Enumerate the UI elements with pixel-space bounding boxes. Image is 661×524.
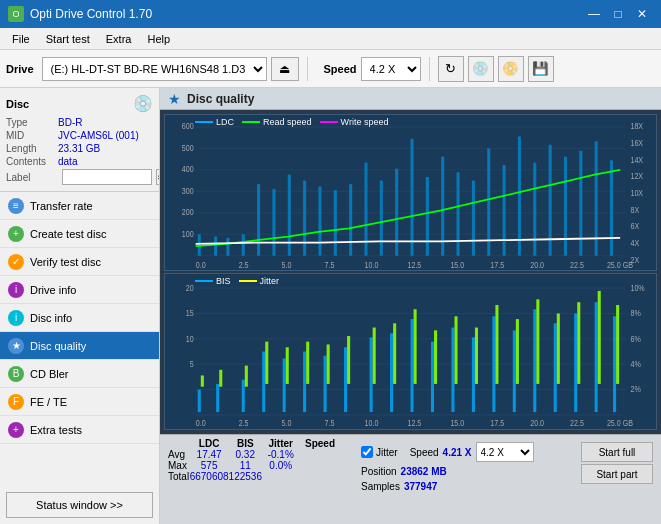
- ldc-color: [195, 121, 213, 123]
- svg-rect-36: [226, 238, 229, 256]
- disc-mid-row: MID JVC-AMS6L (001): [6, 130, 153, 141]
- svg-text:2.5: 2.5: [239, 260, 249, 270]
- svg-rect-49: [426, 177, 429, 256]
- extra-tests-icon: +: [8, 422, 24, 438]
- sidebar-item-disc-quality[interactable]: ★ Disc quality: [0, 332, 159, 360]
- svg-rect-130: [616, 305, 619, 384]
- toolbar: Drive (E:) HL-DT-ST BD-RE WH16NS48 1.D3 …: [0, 50, 661, 88]
- svg-rect-37: [242, 234, 245, 255]
- svg-rect-48: [411, 139, 414, 256]
- menu-start-test[interactable]: Start test: [38, 31, 98, 47]
- svg-text:4X: 4X: [630, 239, 640, 249]
- charts-container: LDC Read speed Write speed: [160, 110, 661, 434]
- speed-info: Speed 4.21 X 4.2 X: [410, 442, 534, 462]
- close-button[interactable]: ✕: [631, 3, 653, 25]
- save-button[interactable]: 💾: [528, 56, 554, 82]
- svg-rect-111: [219, 370, 222, 387]
- toolbar-separator: [307, 57, 308, 81]
- write-label: Write speed: [341, 117, 389, 127]
- title-bar-left: O Opti Drive Control 1.70: [8, 6, 152, 22]
- refresh-button[interactable]: ↻: [438, 56, 464, 82]
- start-part-button[interactable]: Start part: [581, 464, 653, 484]
- speed-select[interactable]: 4.2 X: [361, 57, 421, 81]
- speed-select2[interactable]: 4.2 X: [476, 442, 534, 462]
- svg-rect-55: [518, 136, 521, 255]
- svg-text:22.5: 22.5: [570, 260, 584, 270]
- svg-rect-125: [516, 319, 519, 384]
- svg-rect-89: [198, 390, 201, 413]
- svg-rect-98: [390, 333, 393, 412]
- svg-rect-106: [554, 323, 557, 412]
- svg-text:20: 20: [186, 282, 194, 293]
- maximize-button[interactable]: □: [607, 3, 629, 25]
- content-header-icon: ★: [168, 91, 181, 107]
- disc2-button[interactable]: 📀: [498, 56, 524, 82]
- menu-extra[interactable]: Extra: [98, 31, 140, 47]
- sidebar-item-extra-tests[interactable]: + Extra tests: [0, 416, 159, 444]
- max-speed: [299, 460, 341, 471]
- avg-label: Avg: [168, 449, 190, 460]
- sidebar-item-verify-test-disc[interactable]: ✓ Verify test disc: [0, 248, 159, 276]
- menu-help[interactable]: Help: [139, 31, 178, 47]
- sidebar-item-fe-te[interactable]: F FE / TE: [0, 388, 159, 416]
- start-full-button[interactable]: Start full: [581, 442, 653, 462]
- chart2-svg: 20 15 10 5 10% 8% 6% 4% 2% 0.0 2.5 5.0 7…: [165, 274, 656, 429]
- status-window-button[interactable]: Status window >>: [6, 492, 153, 518]
- svg-text:12.5: 12.5: [407, 417, 421, 428]
- drive-label: Drive: [6, 63, 34, 75]
- svg-rect-114: [286, 347, 289, 384]
- svg-rect-107: [574, 313, 577, 412]
- svg-text:500: 500: [182, 143, 195, 153]
- svg-rect-56: [533, 163, 536, 256]
- chart-ldc: LDC Read speed Write speed: [164, 114, 657, 271]
- svg-rect-58: [564, 157, 567, 256]
- sidebar-item-label: CD Bler: [30, 368, 69, 380]
- sidebar-item-create-test-disc[interactable]: + Create test disc: [0, 220, 159, 248]
- svg-text:12X: 12X: [630, 172, 643, 182]
- svg-rect-104: [513, 330, 516, 412]
- svg-rect-35: [214, 237, 217, 256]
- samples-info: Samples 377947: [361, 481, 437, 492]
- sidebar-item-disc-info[interactable]: i Disc info: [0, 304, 159, 332]
- svg-text:0.0: 0.0: [196, 417, 206, 428]
- svg-rect-47: [395, 169, 398, 256]
- legend-ldc: LDC: [195, 117, 234, 127]
- ldc-label: LDC: [216, 117, 234, 127]
- disc-button[interactable]: 💿: [468, 56, 494, 82]
- svg-rect-41: [303, 181, 306, 256]
- cd-bler-icon: B: [8, 366, 24, 382]
- svg-text:22.5: 22.5: [570, 417, 584, 428]
- minimize-button[interactable]: —: [583, 3, 605, 25]
- drive-select[interactable]: (E:) HL-DT-ST BD-RE WH16NS48 1.D3: [42, 57, 267, 81]
- svg-text:7.5: 7.5: [325, 417, 335, 428]
- svg-rect-115: [306, 342, 309, 384]
- stats-bar: LDC BIS Jitter Speed Avg 17.47 0.32: [160, 434, 661, 524]
- jitter-label: Jitter: [260, 276, 280, 286]
- svg-rect-51: [457, 172, 460, 255]
- position-label: Position: [361, 466, 397, 477]
- window-controls: — □ ✕: [583, 3, 653, 25]
- disc-mid-value: JVC-AMS6L (001): [58, 130, 139, 141]
- disc-length-row: Length 23.31 GB: [6, 143, 153, 154]
- app-icon: O: [8, 6, 24, 22]
- disc-label-input[interactable]: [62, 169, 152, 185]
- content-header: ★ Disc quality: [160, 88, 661, 110]
- jitter-checkbox[interactable]: [361, 446, 373, 458]
- sidebar-item-cd-bler[interactable]: B CD Bler: [0, 360, 159, 388]
- svg-text:20.0: 20.0: [530, 417, 544, 428]
- sidebar-item-drive-info[interactable]: i Drive info: [0, 276, 159, 304]
- disc-info-icon: i: [8, 310, 24, 326]
- total-ldc: 6670608: [190, 471, 229, 482]
- write-color: [320, 121, 338, 123]
- svg-text:10.0: 10.0: [364, 260, 379, 270]
- chart1-svg: 600 500 400 300 200 100 18X 16X 14X 12X …: [165, 115, 656, 270]
- sidebar-item-transfer-rate[interactable]: ≡ Transfer rate: [0, 192, 159, 220]
- svg-rect-44: [349, 184, 352, 256]
- avg-bis: 0.32: [229, 449, 262, 460]
- svg-rect-108: [595, 302, 598, 412]
- position-value: 23862 MB: [401, 466, 447, 477]
- total-label: Total: [168, 471, 190, 482]
- max-jitter: 0.0%: [263, 460, 299, 471]
- eject-button[interactable]: ⏏: [271, 57, 299, 81]
- menu-file[interactable]: File: [4, 31, 38, 47]
